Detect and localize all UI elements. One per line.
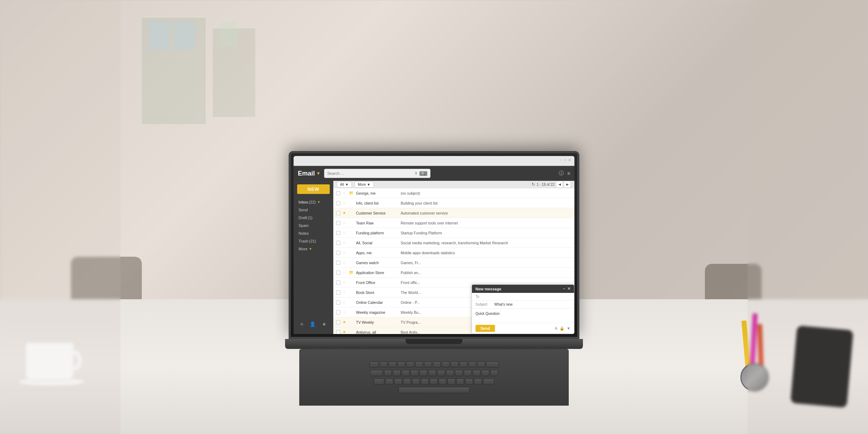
inbox-label: Inbox bbox=[299, 200, 308, 204]
info-icon[interactable]: ⓘ bbox=[559, 170, 564, 177]
popup-footer-icons: A 🔒 ▼ bbox=[555, 326, 571, 331]
email-checkbox-8[interactable] bbox=[336, 271, 340, 275]
to-input[interactable] bbox=[494, 295, 571, 299]
email-checkbox-7[interactable] bbox=[336, 261, 340, 265]
sidebar-item-draft[interactable]: Draft (1) bbox=[294, 214, 333, 222]
prev-page-button[interactable]: ◀ bbox=[556, 181, 563, 188]
email-checkbox-2[interactable] bbox=[336, 211, 340, 215]
sidebar-item-inbox[interactable]: Inbox (22) ▼ bbox=[294, 198, 333, 206]
refresh-icon[interactable]: ↻ bbox=[532, 182, 535, 187]
trash-badge: (21) bbox=[309, 239, 316, 243]
mic-icon[interactable]: 🎙 bbox=[414, 171, 418, 176]
title-dropdown-arrow[interactable]: ▼ bbox=[316, 171, 321, 176]
email-subject-9: Front offic... bbox=[401, 280, 572, 285]
email-folder-icon-7 bbox=[349, 261, 354, 265]
email-flag-9[interactable]: ☆ bbox=[343, 280, 347, 285]
close-button[interactable]: ✕ bbox=[568, 158, 571, 162]
popup-header: New message − ✕ bbox=[472, 285, 574, 293]
email-flag-5[interactable]: ☆ bbox=[343, 240, 347, 245]
email-flag-11[interactable]: ☆ bbox=[343, 300, 347, 305]
more-options-icon[interactable]: ▼ bbox=[567, 326, 571, 331]
popup-footer: Send A 🔒 ▼ bbox=[472, 323, 574, 334]
email-sender-6: Apps, me bbox=[356, 251, 399, 255]
email-checkbox-1[interactable] bbox=[336, 201, 340, 205]
minimize-button[interactable]: − bbox=[560, 158, 562, 162]
email-flag-6[interactable]: ☆ bbox=[343, 250, 347, 255]
next-page-button[interactable]: ▶ bbox=[564, 181, 571, 188]
email-subject-4: Startup Funding Platform bbox=[401, 231, 572, 235]
email-checkbox-3[interactable] bbox=[336, 221, 340, 225]
text-format-icon[interactable]: A bbox=[555, 326, 557, 331]
email-checkbox-9[interactable] bbox=[336, 280, 340, 285]
sidebar-item-more[interactable]: More ▼ bbox=[294, 245, 333, 253]
search-icon[interactable]: 🔍 bbox=[419, 171, 427, 176]
email-flag-0[interactable]: ☆ bbox=[343, 191, 347, 195]
email-list-panel: All ▼ More ▼ ↻ 1 - 18 of 22 bbox=[333, 181, 574, 334]
email-checkbox-0[interactable] bbox=[336, 191, 340, 195]
search-input[interactable] bbox=[327, 171, 413, 176]
menu-icon[interactable]: ≡ bbox=[567, 171, 570, 176]
email-folder-icon-11 bbox=[349, 300, 354, 305]
email-row[interactable]: ★ Customer Service Automated customer se… bbox=[333, 208, 574, 218]
popup-header-btns: − ✕ bbox=[563, 286, 571, 291]
settings-icon[interactable]: ≡ bbox=[300, 321, 303, 327]
header-right: ⓘ ≡ bbox=[559, 170, 570, 177]
popup-to-field: To bbox=[472, 293, 574, 301]
email-subject-5: Social media marketing, research, transf… bbox=[401, 241, 572, 245]
email-checkbox-13[interactable] bbox=[336, 320, 340, 324]
send-button[interactable]: Send bbox=[475, 325, 495, 332]
contacts-icon[interactable]: 👤 bbox=[310, 321, 316, 327]
list-toolbar: All ▼ More ▼ ↻ 1 - 18 of 22 bbox=[333, 181, 574, 188]
page-nav: ◀ ▶ bbox=[556, 181, 571, 188]
popup-close-button[interactable]: ✕ bbox=[567, 286, 571, 291]
email-flag-3[interactable]: ☆ bbox=[343, 221, 347, 225]
email-sender-2: Customer Service bbox=[356, 211, 399, 215]
email-flag-10[interactable]: ☆ bbox=[343, 290, 347, 295]
email-row[interactable]: ☆ Apps, me Mobile apps downloads statist… bbox=[333, 248, 574, 258]
email-flag-12[interactable]: ☆ bbox=[343, 310, 347, 315]
email-row[interactable]: ☆ 📁 Application Store Publish an... bbox=[333, 268, 574, 278]
email-flag-1[interactable]: ☆ bbox=[343, 201, 347, 205]
more-arrow: ▼ bbox=[309, 247, 312, 251]
email-row[interactable]: ☆ Funding platform Startup Funding Platf… bbox=[333, 228, 574, 238]
email-folder-icon-1 bbox=[349, 201, 354, 205]
email-flag-4[interactable]: ☆ bbox=[343, 230, 347, 235]
email-sender-7: Games watch bbox=[356, 261, 399, 265]
new-button[interactable]: NEW bbox=[297, 184, 330, 194]
email-row[interactable]: ☆ Team Raw Remote support tools over int… bbox=[333, 218, 574, 228]
email-checkbox-4[interactable] bbox=[336, 231, 340, 235]
email-checkbox-10[interactable] bbox=[336, 290, 340, 295]
email-flag-13[interactable]: ★ bbox=[343, 320, 347, 324]
email-checkbox-12[interactable] bbox=[336, 310, 340, 315]
email-flag-7[interactable]: ☆ bbox=[343, 260, 347, 265]
email-flag-14[interactable]: ★ bbox=[343, 330, 347, 334]
sidebar-item-notes[interactable]: Notes bbox=[294, 229, 333, 237]
email-subject-6: Mobile apps downloads statistics bbox=[401, 251, 572, 255]
email-folder-icon-10 bbox=[349, 290, 354, 295]
email-row[interactable]: ☆ Games watch Games, Fr... bbox=[333, 258, 574, 268]
email-row[interactable]: ☆ All, Social Social media marketing, re… bbox=[333, 238, 574, 248]
lock-icon[interactable]: 🔒 bbox=[560, 326, 564, 331]
popup-minimize-button[interactable]: − bbox=[563, 286, 565, 291]
email-checkbox-5[interactable] bbox=[336, 241, 340, 245]
email-subject-8: Publish an... bbox=[401, 271, 572, 275]
email-sender-10: Book Store bbox=[356, 290, 399, 295]
all-button[interactable]: All ▼ bbox=[337, 182, 352, 188]
pagination-info: ↻ 1 - 18 of 22 ◀ ▶ bbox=[532, 181, 571, 188]
email-row[interactable]: ☆ 📁 George, me (no subject) bbox=[333, 188, 574, 198]
email-flag-8[interactable]: ☆ bbox=[343, 270, 347, 275]
email-subject-2: Automated customer service bbox=[401, 211, 572, 215]
email-checkbox-14[interactable] bbox=[336, 330, 340, 334]
email-checkbox-11[interactable] bbox=[336, 300, 340, 305]
sidebar-item-trash[interactable]: Trash (21) bbox=[294, 237, 333, 245]
email-row[interactable]: ☆ Info, client list Building your client… bbox=[333, 198, 574, 208]
maximize-button[interactable]: □ bbox=[564, 158, 566, 162]
sidebar-item-send[interactable]: Send bbox=[294, 206, 333, 214]
subject-label: Subject bbox=[475, 302, 491, 306]
email-checkbox-6[interactable] bbox=[336, 251, 340, 255]
sidebar-item-spam[interactable]: Spam bbox=[294, 222, 333, 229]
favorites-icon[interactable]: ★ bbox=[322, 321, 327, 327]
email-flag-2[interactable]: ★ bbox=[343, 211, 347, 215]
draft-badge: (1) bbox=[308, 216, 312, 220]
more-button[interactable]: More ▼ bbox=[355, 182, 374, 188]
